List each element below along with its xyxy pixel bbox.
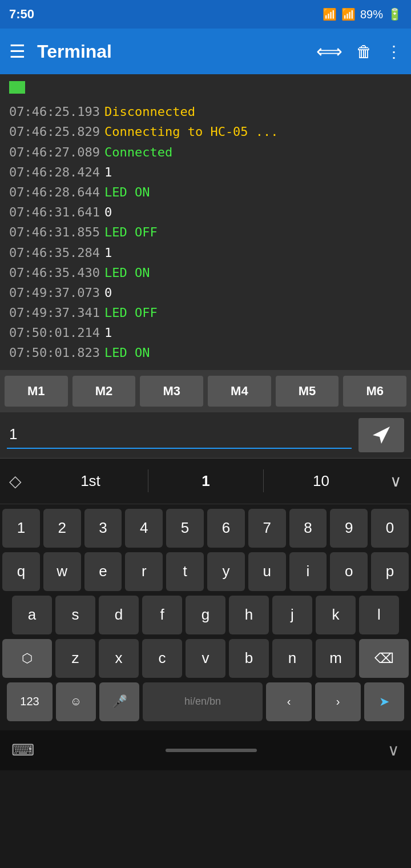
mic-key[interactable]: 🎤 bbox=[99, 682, 139, 721]
keyboard-bottom-row: 123 ☺ 🎤 hi/en/bn ‹ › ➤ bbox=[2, 682, 409, 721]
key-p[interactable]: p bbox=[371, 552, 409, 591]
app-title: Terminal bbox=[37, 41, 305, 62]
key-t[interactable]: t bbox=[166, 552, 204, 591]
terminal-line: 07:46:31.855LED OFF bbox=[9, 222, 402, 242]
key-c[interactable]: c bbox=[142, 639, 182, 678]
keyboard-hide-icon[interactable]: ∨ bbox=[388, 741, 400, 760]
arrow-left-key[interactable]: ‹ bbox=[266, 682, 312, 721]
key-r[interactable]: r bbox=[125, 552, 163, 591]
terminal-line: 07:46:25.193Disconnected bbox=[9, 102, 402, 122]
macro-btn-m4[interactable]: M4 bbox=[208, 376, 271, 407]
key-q[interactable]: q bbox=[2, 552, 40, 591]
key-n[interactable]: n bbox=[272, 639, 312, 678]
arrow-right-key[interactable]: › bbox=[315, 682, 361, 721]
terminal-timestamp: 07:46:31.641 bbox=[9, 202, 100, 222]
terminal-message: Connecting to HC-05 ... bbox=[104, 122, 279, 142]
terminal-timestamp: 07:46:28.644 bbox=[9, 182, 100, 202]
macro-btn-m1[interactable]: M1 bbox=[5, 376, 68, 407]
macro-btn-m2[interactable]: M2 bbox=[72, 376, 136, 407]
key-4[interactable]: 4 bbox=[125, 509, 163, 548]
key-x[interactable]: x bbox=[99, 639, 139, 678]
input-row bbox=[0, 412, 411, 459]
terminal-timestamp: 07:46:25.829 bbox=[9, 122, 100, 142]
macro-btn-m6[interactable]: M6 bbox=[343, 376, 406, 407]
emoji-key[interactable]: ☺ bbox=[56, 682, 96, 721]
terminal-line: 07:46:31.6410 bbox=[9, 202, 402, 222]
keyboard-q-row: q w e r t y u i o p bbox=[2, 552, 409, 591]
key-h[interactable]: h bbox=[229, 596, 269, 634]
key-m[interactable]: m bbox=[316, 639, 356, 678]
terminal-output: 07:46:25.193Disconnected07:46:25.829Conn… bbox=[0, 74, 411, 370]
key-y[interactable]: y bbox=[207, 552, 245, 591]
terminal-message: 1 bbox=[104, 162, 112, 182]
macro-btn-m5[interactable]: M5 bbox=[276, 376, 339, 407]
macro-btn-m3[interactable]: M3 bbox=[140, 376, 203, 407]
terminal-line: 07:46:25.829Connecting to HC-05 ... bbox=[9, 122, 402, 142]
terminal-timestamp: 07:46:31.855 bbox=[9, 222, 100, 242]
shift-key[interactable]: ⬡ bbox=[2, 639, 52, 678]
keyboard-icon[interactable]: ⌨ bbox=[11, 741, 34, 760]
menu-icon[interactable]: ☰ bbox=[9, 41, 26, 62]
key-j[interactable]: j bbox=[272, 596, 312, 634]
terminal-message: 0 bbox=[104, 202, 112, 222]
numbers-key[interactable]: 123 bbox=[7, 682, 53, 721]
more-icon[interactable]: ⋮ bbox=[386, 42, 402, 61]
keyboard: 1 2 3 4 5 6 7 8 9 0 q w e r t y u i o p … bbox=[0, 504, 411, 730]
terminal-message: LED ON bbox=[104, 343, 150, 363]
autocomplete-chevron-down[interactable]: ∨ bbox=[390, 472, 402, 491]
key-e[interactable]: e bbox=[84, 552, 122, 591]
key-3[interactable]: 3 bbox=[84, 509, 122, 548]
terminal-message: LED ON bbox=[104, 182, 150, 202]
backspace-key[interactable]: ⌫ bbox=[359, 639, 409, 678]
autocomplete-suggestion-1[interactable]: 1st bbox=[33, 468, 148, 495]
keyboard-z-row: ⬡ z x c v b n m ⌫ bbox=[2, 639, 409, 678]
key-s[interactable]: s bbox=[55, 596, 95, 634]
message-input[interactable] bbox=[7, 421, 352, 449]
key-0[interactable]: 0 bbox=[371, 509, 409, 548]
key-6[interactable]: 6 bbox=[207, 509, 245, 548]
key-i[interactable]: i bbox=[289, 552, 327, 591]
autocomplete-chevron-up[interactable]: ◇ bbox=[9, 472, 22, 491]
key-g[interactable]: g bbox=[186, 596, 225, 634]
space-key[interactable]: hi/en/bn bbox=[143, 682, 263, 721]
key-9[interactable]: 9 bbox=[330, 509, 368, 548]
terminal-message: 0 bbox=[104, 283, 112, 303]
key-8[interactable]: 8 bbox=[289, 509, 327, 548]
key-d[interactable]: d bbox=[99, 596, 139, 634]
terminal-timestamp: 07:46:35.430 bbox=[9, 263, 100, 283]
terminal-timestamp: 07:49:37.341 bbox=[9, 303, 100, 323]
app-bar-actions: ⟺ 🗑 ⋮ bbox=[316, 41, 402, 62]
key-z[interactable]: z bbox=[55, 639, 95, 678]
key-v[interactable]: v bbox=[186, 639, 225, 678]
home-bar bbox=[166, 749, 257, 752]
autocomplete-suggestion-3[interactable]: 10 bbox=[264, 468, 378, 495]
battery-level: 89% bbox=[360, 8, 383, 21]
terminal-message: 1 bbox=[104, 323, 112, 343]
terminal-line: 07:46:27.089Connected bbox=[9, 142, 402, 162]
terminal-timestamp: 07:46:25.193 bbox=[9, 102, 100, 122]
wifi-icon: 📶 bbox=[323, 7, 337, 21]
send-button[interactable] bbox=[358, 418, 404, 452]
bottom-bar: ⌨ ∨ bbox=[0, 730, 411, 770]
autocomplete-items: 1st 1 10 bbox=[33, 468, 378, 495]
key-a[interactable]: a bbox=[12, 596, 52, 634]
connector-icon[interactable]: ⟺ bbox=[316, 41, 342, 62]
key-1[interactable]: 1 bbox=[2, 509, 40, 548]
delete-icon[interactable]: 🗑 bbox=[356, 42, 372, 61]
key-w[interactable]: w bbox=[43, 552, 81, 591]
connection-indicator bbox=[9, 81, 25, 94]
key-o[interactable]: o bbox=[330, 552, 368, 591]
key-5[interactable]: 5 bbox=[166, 509, 204, 548]
key-7[interactable]: 7 bbox=[248, 509, 286, 548]
key-k[interactable]: k bbox=[316, 596, 356, 634]
autocomplete-suggestion-2[interactable]: 1 bbox=[148, 468, 263, 495]
key-u[interactable]: u bbox=[248, 552, 286, 591]
key-f[interactable]: f bbox=[142, 596, 182, 634]
send-keyboard-key[interactable]: ➤ bbox=[364, 682, 404, 721]
key-2[interactable]: 2 bbox=[43, 509, 81, 548]
terminal-message: 1 bbox=[104, 243, 112, 263]
key-b[interactable]: b bbox=[229, 639, 269, 678]
terminal-timestamp: 07:50:01.823 bbox=[9, 343, 100, 363]
key-l[interactable]: l bbox=[359, 596, 399, 634]
terminal-message: LED ON bbox=[104, 263, 150, 283]
